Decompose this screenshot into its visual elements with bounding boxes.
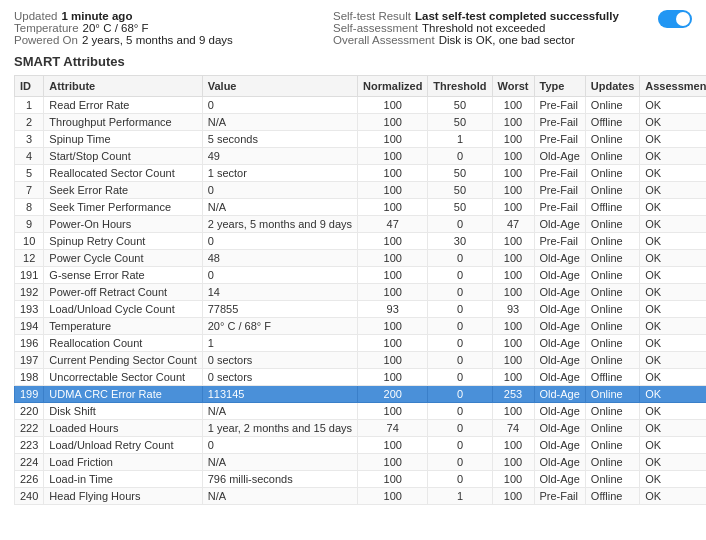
table-row[interactable]: 223Load/Unload Retry Count01000100Old-Ag… xyxy=(15,437,707,454)
selftest-value: Last self-test completed successfully xyxy=(415,10,619,22)
updated-value: 1 minute ago xyxy=(61,10,132,22)
col-header-value: Value xyxy=(202,76,357,97)
powered-on-label: Powered On xyxy=(14,34,78,46)
table-row[interactable]: 12Power Cycle Count481000100Old-AgeOnlin… xyxy=(15,250,707,267)
temperature-value: 20° C / 68° F xyxy=(83,22,149,34)
col-header-worst: Worst xyxy=(492,76,534,97)
table-row[interactable]: 191G-sense Error Rate01000100Old-AgeOnli… xyxy=(15,267,707,284)
table-row[interactable]: 1Read Error Rate010050100Pre-FailOnlineO… xyxy=(15,97,707,114)
col-header-id: ID xyxy=(15,76,44,97)
table-row[interactable]: 196Reallocation Count11000100Old-AgeOnli… xyxy=(15,335,707,352)
table-row[interactable]: 8Seek Timer PerformanceN/A10050100Pre-Fa… xyxy=(15,199,707,216)
section-title: SMART Attributes xyxy=(14,54,692,69)
temperature-row: Temperature 20° C / 68° F xyxy=(14,22,323,34)
selfassess-value: Threshold not exceeded xyxy=(422,22,545,34)
table-row[interactable]: 5Reallocated Sector Count1 sector1005010… xyxy=(15,165,707,182)
temperature-label: Temperature xyxy=(14,22,79,34)
table-row[interactable]: 199UDMA CRC Error Rate1131452000253Old-A… xyxy=(15,386,707,403)
table-header-row: ID Attribute Value Normalized Threshold … xyxy=(15,76,707,97)
table-row[interactable]: 9Power-On Hours2 years, 5 months and 9 d… xyxy=(15,216,707,233)
selfassess-label: Self-assessment xyxy=(333,22,418,34)
table-row[interactable]: 4Start/Stop Count491000100Old-AgeOnlineO… xyxy=(15,148,707,165)
selftest-row: Self-test Result Last self-test complete… xyxy=(333,10,642,22)
smart-table: ID Attribute Value Normalized Threshold … xyxy=(14,75,706,505)
updated-row: Updated 1 minute ago xyxy=(14,10,323,22)
table-row[interactable]: 226Load-in Time796 milli-seconds1000100O… xyxy=(15,471,707,488)
updated-label: Updated xyxy=(14,10,57,22)
selfassess-row: Self-assessment Threshold not exceeded xyxy=(333,22,642,34)
table-row[interactable]: 197Current Pending Sector Count0 sectors… xyxy=(15,352,707,369)
table-row[interactable]: 7Seek Error Rate010050100Pre-FailOnlineO… xyxy=(15,182,707,199)
col-header-thresh: Threshold xyxy=(428,76,492,97)
table-row[interactable]: 194Temperature20° C / 68° F1000100Old-Ag… xyxy=(15,318,707,335)
col-header-assess: Assessment xyxy=(640,76,706,97)
col-header-type: Type xyxy=(534,76,585,97)
col-header-attr: Attribute xyxy=(44,76,202,97)
table-row[interactable]: 10Spinup Retry Count010030100Pre-FailOnl… xyxy=(15,233,707,250)
col-header-updates: Updates xyxy=(585,76,639,97)
powered-on-row: Powered On 2 years, 5 months and 9 days xyxy=(14,34,323,46)
table-row[interactable]: 198Uncorrectable Sector Count0 sectors10… xyxy=(15,369,707,386)
col-header-norm: Normalized xyxy=(358,76,428,97)
overall-row: Overall Assessment Disk is OK, one bad s… xyxy=(333,34,642,46)
table-row[interactable]: 3Spinup Time5 seconds1001100Pre-FailOnli… xyxy=(15,131,707,148)
table-row[interactable]: 2Throughput PerformanceN/A10050100Pre-Fa… xyxy=(15,114,707,131)
overall-label: Overall Assessment xyxy=(333,34,435,46)
table-row[interactable]: 240Head Flying HoursN/A1001100Pre-FailOf… xyxy=(15,488,707,505)
header-info: Updated 1 minute ago Temperature 20° C /… xyxy=(14,10,692,46)
table-row[interactable]: 220Disk ShiftN/A1000100Old-AgeOnlineOK xyxy=(15,403,707,420)
powered-on-value: 2 years, 5 months and 9 days xyxy=(82,34,233,46)
toggle-button[interactable] xyxy=(658,10,692,28)
table-row[interactable]: 193Load/Unload Cycle Count7785593093Old-… xyxy=(15,301,707,318)
table-row[interactable]: 192Power-off Retract Count141000100Old-A… xyxy=(15,284,707,301)
table-row[interactable]: 222Loaded Hours1 year, 2 months and 15 d… xyxy=(15,420,707,437)
table-row[interactable]: 224Load FrictionN/A1000100Old-AgeOnlineO… xyxy=(15,454,707,471)
overall-value: Disk is OK, one bad sector xyxy=(439,34,575,46)
selftest-label: Self-test Result xyxy=(333,10,411,22)
